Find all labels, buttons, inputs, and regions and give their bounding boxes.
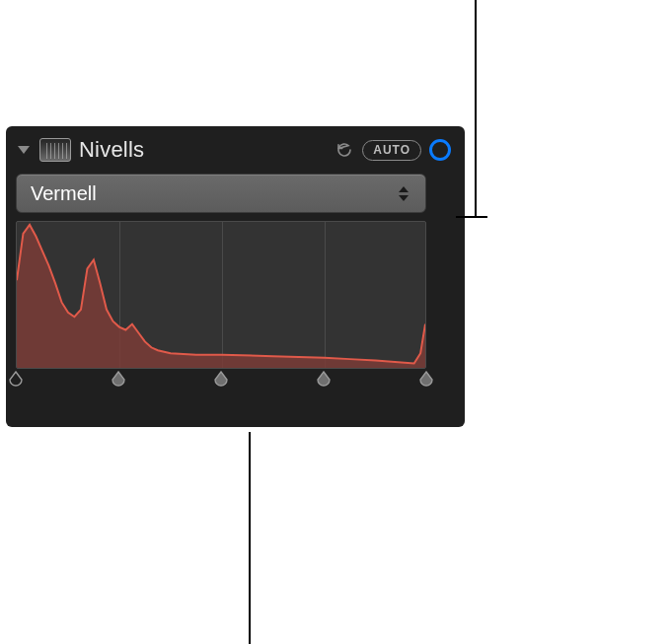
callout-line xyxy=(475,0,477,103)
levels-panel: Nivells AUTO Vermell xyxy=(6,126,465,427)
callout-line xyxy=(456,216,487,218)
updown-arrows-icon xyxy=(394,186,413,201)
handle-track xyxy=(16,371,426,394)
auto-button[interactable]: AUTO xyxy=(362,140,421,161)
levels-handle-3[interactable] xyxy=(317,371,331,389)
levels-histogram-icon xyxy=(39,138,71,162)
callout-line xyxy=(475,103,477,216)
histogram-area xyxy=(16,221,426,394)
levels-handle-4[interactable] xyxy=(419,371,433,389)
panel-header: Nivells AUTO xyxy=(16,132,455,168)
channel-dropdown-label: Vermell xyxy=(31,182,394,205)
histogram-curve xyxy=(17,222,425,368)
levels-handle-1[interactable] xyxy=(112,371,125,389)
channel-dropdown[interactable]: Vermell xyxy=(16,174,426,213)
reset-icon[interactable] xyxy=(335,140,354,160)
histogram xyxy=(16,221,426,369)
levels-handle-2[interactable] xyxy=(214,371,228,389)
enable-ring-icon[interactable] xyxy=(429,139,451,161)
callout-line xyxy=(249,432,251,644)
levels-handle-0[interactable] xyxy=(9,371,23,389)
disclosure-triangle-icon[interactable] xyxy=(18,146,30,154)
panel-title: Nivells xyxy=(79,137,144,163)
